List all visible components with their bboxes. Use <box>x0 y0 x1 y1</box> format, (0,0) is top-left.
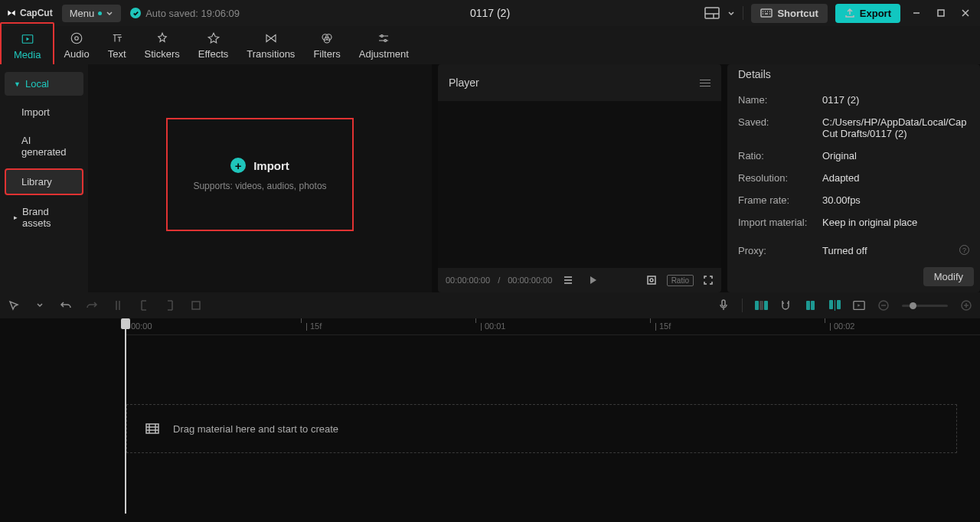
drop-text: Drag material here and start to create <box>173 423 338 435</box>
import-dropzone[interactable]: + Import Supports: videos, audios, photo… <box>166 118 354 231</box>
detail-label: Saved: <box>738 116 822 139</box>
svg-point-12 <box>650 279 653 282</box>
sidebar-item-label: Brand assets <box>22 206 74 229</box>
ratio-button[interactable]: Ratio <box>667 275 694 286</box>
effects-icon <box>207 31 220 45</box>
modify-button[interactable]: Modify <box>923 267 974 286</box>
magnet-icon[interactable] <box>779 299 792 312</box>
tab-filters[interactable]: Filters <box>304 27 349 64</box>
tab-label: Transitions <box>247 48 295 60</box>
svg-point-4 <box>71 33 82 44</box>
timeline-ruler[interactable]: 00:00 | 15f | 00:01 | 15f | 00:02 <box>126 318 980 335</box>
svg-rect-18 <box>146 424 158 433</box>
detail-value: Adapted <box>822 172 969 184</box>
svg-rect-0 <box>705 8 719 18</box>
maximize-button[interactable] <box>933 5 949 21</box>
layout-icon[interactable] <box>704 7 720 19</box>
sidebar-item-import[interactable]: Import <box>5 100 83 124</box>
shortcut-button[interactable]: Shortcut <box>751 4 827 23</box>
sidebar-item-library[interactable]: Library <box>5 168 83 195</box>
menu-dot-icon <box>98 11 102 15</box>
zoom-slider[interactable] <box>902 305 948 307</box>
info-icon[interactable]: ? <box>959 245 969 255</box>
detail-label: Proxy: <box>738 245 822 256</box>
tab-label: Media <box>14 49 41 60</box>
svg-rect-14 <box>722 300 725 306</box>
minimize-button[interactable] <box>908 5 925 21</box>
trim-right[interactable] <box>164 299 176 312</box>
play-icon[interactable] <box>587 275 598 285</box>
sidebar-item-local[interactable]: ▼Local <box>5 72 83 96</box>
autosave-status: Auto saved: 19:06:09 <box>130 8 240 19</box>
svg-rect-2 <box>938 10 944 16</box>
mic-icon[interactable] <box>717 299 730 312</box>
tab-media[interactable]: Media <box>5 28 50 65</box>
svg-rect-13 <box>192 302 200 309</box>
sidebar-item-label: AI generated <box>21 135 74 158</box>
caret-down-icon: ▼ <box>14 80 21 88</box>
preview-icon[interactable] <box>853 299 865 312</box>
app-name: CapCut <box>20 8 53 18</box>
detail-value: Original <box>822 150 969 161</box>
close-button[interactable] <box>957 5 974 21</box>
plus-icon: + <box>230 158 246 173</box>
svg-rect-1 <box>761 9 772 17</box>
autosave-text: Auto saved: 19:06:09 <box>145 8 240 19</box>
transitions-icon <box>264 31 278 45</box>
redo-button[interactable] <box>86 299 98 312</box>
player-title: Player <box>449 77 479 89</box>
select-dropdown[interactable] <box>34 299 46 312</box>
tab-label: Effects <box>198 48 229 60</box>
detail-value: 0117 (2) <box>822 94 969 106</box>
time-total: 00:00:00:00 <box>508 276 552 285</box>
detail-label: Resolution: <box>738 172 822 184</box>
player-panel: Player 00:00:00:00 / 00:00:00:00 Ratio <box>438 64 721 292</box>
tab-audio[interactable]: Audio <box>54 27 98 64</box>
export-icon <box>844 8 855 18</box>
detail-value: 30.00fps <box>822 194 969 206</box>
export-button[interactable]: Export <box>835 4 900 23</box>
timeline-drop-track[interactable]: Drag material here and start to create <box>126 404 957 453</box>
player-controls: 00:00:00:00 / 00:00:00:00 Ratio <box>438 268 721 292</box>
player-menu-icon[interactable] <box>700 80 710 86</box>
sidebar-item-brand[interactable]: ▸Brand assets <box>5 200 83 235</box>
shortcut-label: Shortcut <box>777 8 818 19</box>
caret-right-icon: ▸ <box>14 214 18 221</box>
chevron-down-icon[interactable] <box>727 9 735 17</box>
details-title: Details <box>738 68 771 80</box>
svg-rect-11 <box>648 276 655 284</box>
tab-stickers[interactable]: Stickers <box>136 27 189 64</box>
player-viewport <box>438 101 721 268</box>
keyboard-icon <box>760 8 773 18</box>
zoom-out[interactable] <box>877 299 890 312</box>
trim-left[interactable] <box>138 299 150 312</box>
playhead[interactable] <box>125 318 126 514</box>
adjustment-icon <box>377 31 390 45</box>
menu-button[interactable]: Menu <box>62 5 122 22</box>
menu-label: Menu <box>70 8 95 19</box>
main-tabs: Media Audio Text Stickers Effects Transi… <box>0 26 980 64</box>
fullscreen-icon[interactable] <box>703 275 714 285</box>
select-tool[interactable] <box>8 299 20 312</box>
align-icon[interactable] <box>828 299 841 312</box>
tab-transitions[interactable]: Transitions <box>237 27 304 64</box>
filters-icon <box>320 31 334 45</box>
sidebar-item-ai[interactable]: AI generated <box>5 129 83 164</box>
zoom-in[interactable] <box>960 299 972 312</box>
import-subtitle: Supports: videos, audios, photos <box>193 181 326 191</box>
svg-point-5 <box>75 36 79 40</box>
tab-adjustment[interactable]: Adjustment <box>350 27 418 64</box>
split-tool[interactable] <box>112 299 124 312</box>
undo-button[interactable] <box>60 299 72 312</box>
link-icon[interactable] <box>804 299 816 312</box>
import-label: Import <box>253 159 289 172</box>
delete-tool[interactable] <box>190 299 202 312</box>
snap-left-icon[interactable] <box>755 299 767 312</box>
tab-effects[interactable]: Effects <box>189 27 238 64</box>
media-icon <box>21 32 34 46</box>
tab-label: Adjustment <box>359 48 409 60</box>
tab-label: Stickers <box>145 48 180 60</box>
tab-text[interactable]: Text <box>99 27 136 64</box>
crop-icon[interactable] <box>645 274 658 286</box>
list-icon[interactable] <box>563 275 573 285</box>
